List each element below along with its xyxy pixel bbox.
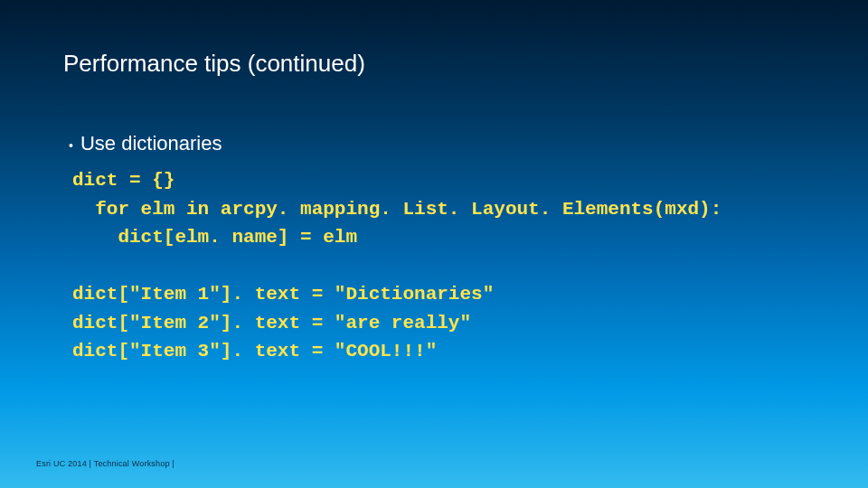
code-line: dict["Item 2"]. text = "are really" [72,313,471,333]
bullet-item: • Use dictionaries [63,132,805,155]
code-line: dict["Item 1"]. text = "Dictionaries" [72,284,494,305]
code-line: dict["Item 3"]. text = "COOL!!!" [72,341,437,361]
slide: Performance tips (continued) • Use dicti… [0,0,868,366]
code-line: dict = {} [72,170,175,191]
code-line: for elm in arcpy. mapping. List. Layout.… [72,199,722,220]
code-line: dict[elm. name] = elm [72,227,357,248]
slide-title: Performance tips (continued) [63,50,805,78]
bullet-dot-icon: • [69,136,73,155]
footer-text: Esri UC 2014 | Technical Workshop | [36,459,175,468]
code-block: dict = {} for elm in arcpy. mapping. Lis… [63,166,805,366]
bullet-text: Use dictionaries [80,132,222,155]
